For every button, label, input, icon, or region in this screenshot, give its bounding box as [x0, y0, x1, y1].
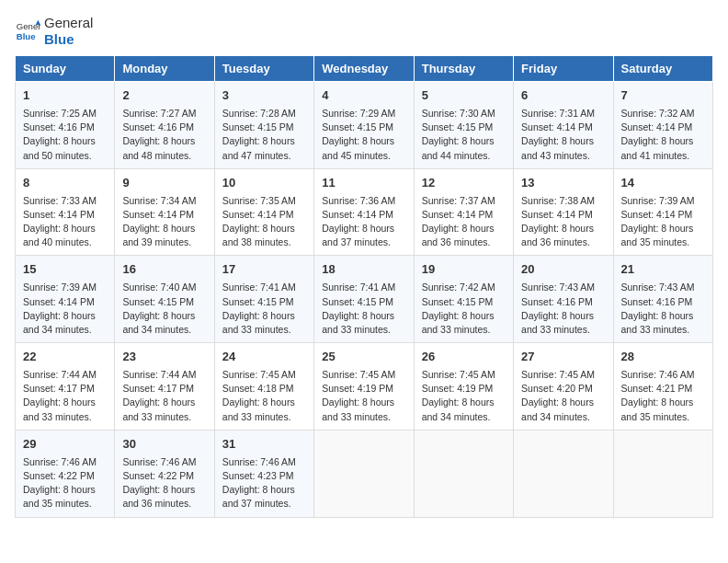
day-info: Sunrise: 7:46 AMSunset: 4:21 PMDaylight:…	[621, 368, 705, 424]
day-number: 13	[521, 175, 605, 192]
day-number: 22	[23, 349, 107, 366]
day-info: Sunrise: 7:40 AMSunset: 4:15 PMDaylight:…	[122, 281, 206, 337]
calendar-cell: 24Sunrise: 7:45 AMSunset: 4:18 PMDayligh…	[214, 343, 313, 431]
day-number: 3	[222, 87, 306, 105]
day-info: Sunrise: 7:46 AMSunset: 4:23 PMDaylight:…	[222, 455, 306, 511]
calendar-cell: 6Sunrise: 7:31 AMSunset: 4:14 PMDaylight…	[514, 82, 613, 169]
day-info: Sunrise: 7:45 AMSunset: 4:18 PMDaylight:…	[222, 368, 306, 424]
calendar-cell	[314, 430, 414, 517]
svg-text:Blue: Blue	[17, 31, 36, 41]
day-number: 12	[422, 175, 506, 192]
day-info: Sunrise: 7:43 AMSunset: 4:16 PMDaylight:…	[621, 281, 705, 337]
calendar-cell: 18Sunrise: 7:41 AMSunset: 4:15 PMDayligh…	[314, 256, 414, 343]
day-info: Sunrise: 7:33 AMSunset: 4:14 PMDaylight:…	[23, 194, 107, 250]
calendar-cell: 12Sunrise: 7:37 AMSunset: 4:14 PMDayligh…	[414, 168, 513, 256]
day-number: 14	[621, 175, 705, 192]
day-info: Sunrise: 7:44 AMSunset: 4:17 PMDaylight:…	[23, 368, 107, 424]
weekday-header-sunday: Sunday	[16, 56, 115, 82]
day-info: Sunrise: 7:34 AMSunset: 4:14 PMDaylight:…	[122, 194, 206, 250]
calendar-table: SundayMondayTuesdayWednesdayThursdayFrid…	[15, 55, 713, 518]
calendar-cell: 20Sunrise: 7:43 AMSunset: 4:16 PMDayligh…	[514, 256, 613, 343]
calendar-cell: 4Sunrise: 7:29 AMSunset: 4:15 PMDaylight…	[314, 82, 414, 169]
calendar-cell: 28Sunrise: 7:46 AMSunset: 4:21 PMDayligh…	[613, 343, 712, 431]
calendar-cell: 11Sunrise: 7:36 AMSunset: 4:14 PMDayligh…	[314, 168, 414, 256]
logo-icon: General Blue	[15, 18, 40, 44]
calendar-cell: 27Sunrise: 7:45 AMSunset: 4:20 PMDayligh…	[514, 343, 613, 431]
day-number: 17	[222, 261, 306, 279]
day-number: 18	[322, 261, 405, 279]
calendar-cell: 16Sunrise: 7:40 AMSunset: 4:15 PMDayligh…	[115, 256, 214, 343]
calendar-cell: 19Sunrise: 7:42 AMSunset: 4:15 PMDayligh…	[414, 256, 513, 343]
day-number: 27	[521, 349, 605, 366]
day-number: 6	[521, 87, 605, 105]
day-info: Sunrise: 7:44 AMSunset: 4:17 PMDaylight:…	[122, 368, 206, 424]
day-number: 1	[23, 87, 107, 105]
page-header: General Blue General Blue	[15, 15, 713, 48]
logo-text-blue: Blue	[44, 31, 93, 48]
weekday-header-row: SundayMondayTuesdayWednesdayThursdayFrid…	[16, 56, 713, 82]
calendar-cell	[514, 430, 613, 517]
day-number: 24	[222, 349, 306, 366]
day-number: 26	[422, 349, 506, 366]
day-number: 4	[322, 87, 405, 105]
day-info: Sunrise: 7:38 AMSunset: 4:14 PMDaylight:…	[521, 194, 605, 250]
day-info: Sunrise: 7:25 AMSunset: 4:16 PMDaylight:…	[23, 107, 107, 163]
weekday-header-saturday: Saturday	[613, 56, 712, 82]
day-info: Sunrise: 7:45 AMSunset: 4:19 PMDaylight:…	[322, 368, 405, 424]
day-number: 2	[122, 87, 206, 105]
day-number: 5	[422, 87, 506, 105]
day-info: Sunrise: 7:39 AMSunset: 4:14 PMDaylight:…	[23, 281, 107, 337]
calendar-week-row: 1Sunrise: 7:25 AMSunset: 4:16 PMDaylight…	[16, 82, 713, 169]
calendar-cell: 5Sunrise: 7:30 AMSunset: 4:15 PMDaylight…	[414, 82, 513, 169]
calendar-cell: 1Sunrise: 7:25 AMSunset: 4:16 PMDaylight…	[16, 82, 115, 169]
calendar-cell	[414, 430, 513, 517]
weekday-header-thursday: Thursday	[414, 56, 513, 82]
day-info: Sunrise: 7:27 AMSunset: 4:16 PMDaylight:…	[122, 107, 206, 163]
weekday-header-tuesday: Tuesday	[214, 56, 313, 82]
calendar-cell: 25Sunrise: 7:45 AMSunset: 4:19 PMDayligh…	[314, 343, 414, 431]
calendar-cell: 21Sunrise: 7:43 AMSunset: 4:16 PMDayligh…	[613, 256, 712, 343]
day-info: Sunrise: 7:36 AMSunset: 4:14 PMDaylight:…	[322, 194, 405, 250]
day-info: Sunrise: 7:30 AMSunset: 4:15 PMDaylight:…	[422, 107, 506, 163]
day-number: 15	[23, 261, 107, 279]
logo: General Blue General Blue	[15, 15, 93, 48]
day-info: Sunrise: 7:35 AMSunset: 4:14 PMDaylight:…	[222, 194, 306, 250]
day-number: 11	[322, 175, 405, 192]
day-number: 16	[122, 261, 206, 279]
calendar-cell: 22Sunrise: 7:44 AMSunset: 4:17 PMDayligh…	[16, 343, 115, 431]
calendar-cell: 8Sunrise: 7:33 AMSunset: 4:14 PMDaylight…	[16, 168, 115, 256]
calendar-cell: 3Sunrise: 7:28 AMSunset: 4:15 PMDaylight…	[214, 82, 313, 169]
calendar-cell: 23Sunrise: 7:44 AMSunset: 4:17 PMDayligh…	[115, 343, 214, 431]
day-number: 25	[322, 349, 405, 366]
calendar-cell: 26Sunrise: 7:45 AMSunset: 4:19 PMDayligh…	[414, 343, 513, 431]
day-info: Sunrise: 7:46 AMSunset: 4:22 PMDaylight:…	[23, 455, 107, 511]
day-info: Sunrise: 7:46 AMSunset: 4:22 PMDaylight:…	[122, 455, 206, 511]
calendar-cell: 9Sunrise: 7:34 AMSunset: 4:14 PMDaylight…	[115, 168, 214, 256]
calendar-cell	[613, 430, 712, 517]
day-number: 29	[23, 436, 107, 454]
calendar-cell: 13Sunrise: 7:38 AMSunset: 4:14 PMDayligh…	[514, 168, 613, 256]
calendar-cell: 31Sunrise: 7:46 AMSunset: 4:23 PMDayligh…	[214, 430, 313, 517]
day-info: Sunrise: 7:32 AMSunset: 4:14 PMDaylight:…	[621, 107, 705, 163]
day-info: Sunrise: 7:42 AMSunset: 4:15 PMDaylight:…	[422, 281, 506, 337]
day-info: Sunrise: 7:45 AMSunset: 4:19 PMDaylight:…	[422, 368, 506, 424]
calendar-cell: 14Sunrise: 7:39 AMSunset: 4:14 PMDayligh…	[613, 168, 712, 256]
day-info: Sunrise: 7:29 AMSunset: 4:15 PMDaylight:…	[322, 107, 405, 163]
day-info: Sunrise: 7:37 AMSunset: 4:14 PMDaylight:…	[422, 194, 506, 250]
calendar-cell: 2Sunrise: 7:27 AMSunset: 4:16 PMDaylight…	[115, 82, 214, 169]
day-number: 28	[621, 349, 705, 366]
day-number: 31	[222, 436, 306, 454]
day-number: 7	[621, 87, 705, 105]
day-number: 10	[222, 175, 306, 192]
day-info: Sunrise: 7:43 AMSunset: 4:16 PMDaylight:…	[521, 281, 605, 337]
weekday-header-monday: Monday	[115, 56, 214, 82]
day-number: 23	[122, 349, 206, 366]
day-info: Sunrise: 7:39 AMSunset: 4:14 PMDaylight:…	[621, 194, 705, 250]
day-number: 19	[422, 261, 506, 279]
calendar-cell: 15Sunrise: 7:39 AMSunset: 4:14 PMDayligh…	[16, 256, 115, 343]
calendar-cell: 10Sunrise: 7:35 AMSunset: 4:14 PMDayligh…	[214, 168, 313, 256]
day-info: Sunrise: 7:41 AMSunset: 4:15 PMDaylight:…	[222, 281, 306, 337]
day-info: Sunrise: 7:31 AMSunset: 4:14 PMDaylight:…	[521, 107, 605, 163]
logo-text-general: General	[44, 15, 93, 31]
day-number: 21	[621, 261, 705, 279]
